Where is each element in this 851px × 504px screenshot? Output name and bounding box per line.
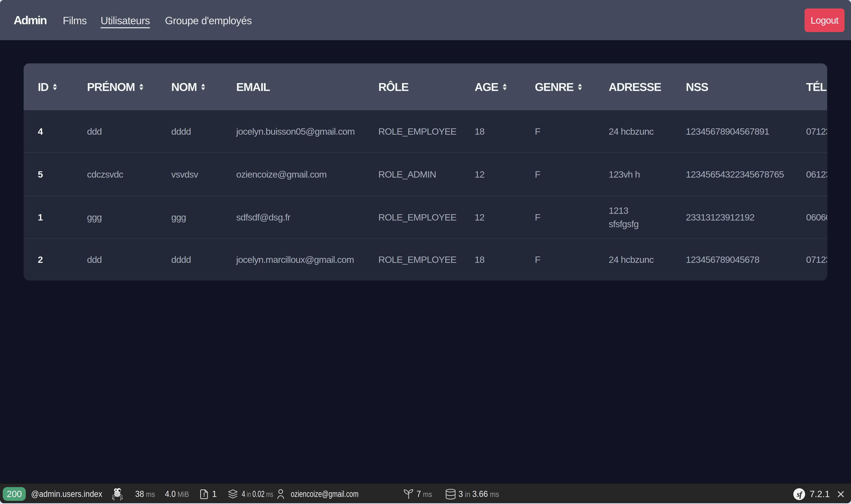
svg-text:!: ! — [203, 491, 205, 498]
